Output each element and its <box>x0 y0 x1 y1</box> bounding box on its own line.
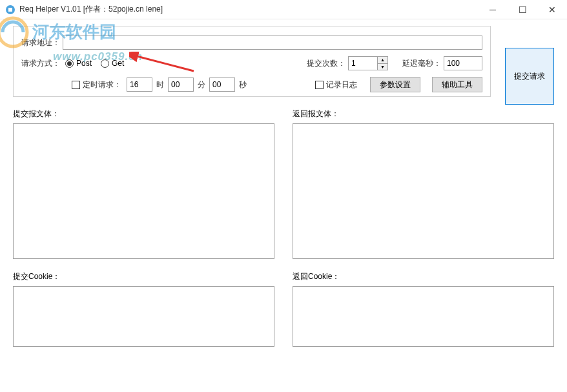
time-min-input[interactable] <box>168 77 194 92</box>
spinner-up-icon[interactable]: ▲ <box>378 57 387 64</box>
response-body-textarea[interactable] <box>293 123 554 259</box>
radio-get-label: Get <box>112 59 124 68</box>
submit-request-button[interactable]: 提交请求 <box>505 48 554 105</box>
url-label: 请求地址： <box>21 37 60 48</box>
app-icon <box>5 5 15 15</box>
param-settings-button[interactable]: 参数设置 <box>370 77 420 92</box>
minimize-button[interactable]: ─ <box>478 0 508 19</box>
spinner-down-icon[interactable]: ▼ <box>378 64 387 70</box>
url-input[interactable] <box>63 36 482 50</box>
helper-tools-button[interactable]: 辅助工具 <box>432 77 482 92</box>
request-cookie-label: 提交Cookie： <box>13 271 274 282</box>
hour-unit: 时 <box>156 79 164 90</box>
delay-input[interactable] <box>444 56 482 70</box>
request-body-textarea[interactable] <box>13 123 274 259</box>
delay-label: 延迟毫秒： <box>402 58 441 69</box>
log-checkbox[interactable]: 记录日志 <box>315 79 357 90</box>
request-cookie-textarea[interactable] <box>13 286 274 347</box>
submit-count-label: 提交次数： <box>307 58 345 69</box>
response-cookie-textarea[interactable] <box>293 286 554 347</box>
window-title: Req Helper V1.01 [作者：52pojie.cn lene] <box>19 4 478 15</box>
svg-rect-1 <box>8 8 12 12</box>
submit-count-input[interactable] <box>349 57 377 70</box>
time-sec-input[interactable] <box>209 77 235 92</box>
sec-unit: 秒 <box>239 79 247 90</box>
request-body-label: 提交报文体： <box>13 108 274 119</box>
method-label: 请求方式： <box>21 58 60 69</box>
response-body-label: 返回报文体： <box>293 108 554 119</box>
request-settings-group: 请求地址： 请求方式： Post Get 提交次数： ▲▼ 延迟毫秒： <box>13 26 491 97</box>
timed-request-label: 定时请求： <box>83 79 121 90</box>
close-button[interactable]: ✕ <box>537 0 567 19</box>
radio-icon <box>65 59 74 68</box>
radio-get[interactable]: Get <box>101 59 124 68</box>
radio-icon <box>101 59 109 68</box>
radio-post[interactable]: Post <box>65 59 92 68</box>
submit-count-spinner[interactable]: ▲▼ <box>348 56 388 70</box>
time-hour-input[interactable] <box>127 77 152 92</box>
response-cookie-label: 返回Cookie： <box>293 271 554 282</box>
checkbox-icon <box>72 81 80 89</box>
log-label: 记录日志 <box>326 79 357 90</box>
maximize-button[interactable]: ☐ <box>508 0 537 19</box>
timed-request-checkbox[interactable]: 定时请求： <box>72 79 121 90</box>
min-unit: 分 <box>198 79 205 90</box>
title-bar: Req Helper V1.01 [作者：52pojie.cn lene] ─ … <box>0 0 567 19</box>
radio-post-label: Post <box>76 59 92 68</box>
checkbox-icon <box>315 81 324 89</box>
